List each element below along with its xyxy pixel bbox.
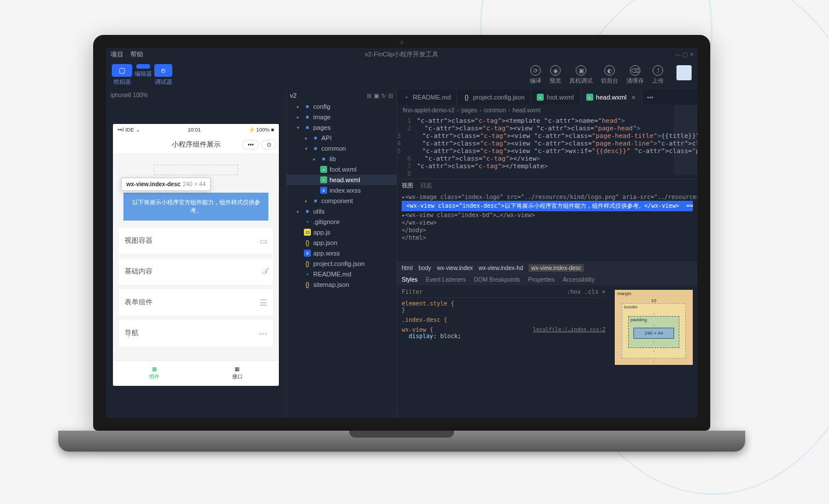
styles-subtab-Styles[interactable]: Styles [402,276,417,283]
action-上传[interactable]: ⤴上传 [652,65,664,85]
mode-模拟器[interactable]: ▢模拟器 [112,64,132,86]
sim-row-基础内容[interactable]: 基础内容𝒯 [119,258,273,285]
styles-subtab-Accessibility[interactable]: Accessibility [563,276,594,283]
file-sitemap.json[interactable]: {}sitemap.json [286,279,396,290]
elements-panel[interactable]: ▸<wx-image class="index-logo" src="../re… [397,192,697,262]
selected-element: <wx-view class="index-desc">以下将展示小程序官方组件… [402,201,693,211]
avatar[interactable] [676,65,692,80]
file-README.md[interactable]: ▪README.md [286,269,396,279]
sim-tab-组件[interactable]: ▦组件 [113,361,196,386]
action-编译[interactable]: ⟳编译 [530,65,541,85]
devtools-tab-视图[interactable]: 视图 [402,182,413,190]
file-utils[interactable]: ▸■utils [286,206,396,216]
menu-help[interactable]: 帮助 [130,50,143,59]
tab-more-icon[interactable]: ••• [642,90,658,105]
status-time: 10:01 [187,127,201,133]
nav-title: 小程序组件展示 [172,140,221,150]
file-.gitignore[interactable]: ▪.gitignore [286,216,396,227]
mode-调试器[interactable]: ⎋调试器 [154,64,172,86]
tab-foot.wxml[interactable]: ▪foot.wxml [531,90,580,105]
styles-subtab-DOM Breakpoints[interactable]: DOM Breakpoints [474,276,520,283]
file-index.wxss[interactable]: #index.wxss [286,185,396,196]
styles-subtab-Event Listeners[interactable]: Event Listeners [426,276,466,283]
file-config[interactable]: ▸■config [286,101,396,112]
sim-logo-placeholder [154,165,238,175]
file-pages[interactable]: ▾■pages [286,122,396,133]
file-app.js[interactable]: JSapp.js [286,227,396,237]
simulator-device-label[interactable]: iphone6 100% [106,90,286,101]
toolbar: ▢模拟器编辑器⎋调试器 ⟳编译◉预览▣真机调试◐切后台⌫清缓存⤴上传 [106,61,697,90]
sim-row-导航[interactable]: 导航◦◦◦ [119,320,273,346]
new-file-icon[interactable]: ⊞ [367,93,371,99]
file-lib[interactable]: ▸■lib [286,154,396,164]
simulator-device[interactable]: ••ıl IDE ⌄ 10:01 ⚡ 100% ■ 小程序组件展示 ••• ⊙ [113,124,279,386]
nav-menu-button[interactable]: ••• [242,140,259,150]
file-common[interactable]: ▾■common [286,143,396,154]
sim-row-表单组件[interactable]: 表单组件☰ [119,289,273,315]
menubar: 项目 帮助 v2-FinClip小程序开发工具 — ▢ ✕ [106,48,697,61]
sim-highlighted-element[interactable]: 以下将展示小程序官方组件能力，组件样式仅供参考。 [123,193,268,221]
file-explorer[interactable]: v2 ⊞ ▣ ↻ ⊟ ▸■config▸■image▾■pages▸■API▾■… [286,90,397,418]
tab-README.md[interactable]: ▪README.md [397,90,457,105]
file-image[interactable]: ▸■image [286,112,396,122]
styles-panel[interactable]: Filter :hov .cls + element.style {}.inde… [397,285,610,365]
devtools-tab-日志[interactable]: 日志 [420,182,432,190]
laptop-frame: 项目 帮助 v2-FinClip小程序开发工具 — ▢ ✕ ▢模拟器编辑器⎋调试… [93,35,710,454]
editor-panel: ▪README.md{}project.config.json▪foot.wxm… [397,90,697,418]
tab-project.config.json[interactable]: {}project.config.json [457,90,531,105]
file-project.config.json[interactable]: {}project.config.json [286,258,396,269]
tab-head.wxml[interactable]: ▪head.wxml✕ [580,90,643,105]
file-head.wxml[interactable]: ▪head.wxml [286,175,396,185]
close-icon[interactable]: ✕ [631,94,636,101]
file-API[interactable]: ▸■API [286,133,396,143]
action-预览[interactable]: ◉预览 [550,65,561,85]
file-foot.wxml[interactable]: ▪foot.wxml [286,164,396,175]
inspector-tooltip: wx-view.index-desc240 × 44 [121,178,211,191]
file-app.json[interactable]: {}app.json [286,237,396,248]
status-battery: ⚡ 100% ■ [249,127,274,133]
camera-dot [400,41,403,44]
mode-编辑器[interactable]: 编辑器 [134,64,152,86]
refresh-icon[interactable]: ↻ [381,93,386,99]
element-path[interactable]: htmlbodywx-view.indexwx-view.index-hdwx-… [397,262,697,274]
new-folder-icon[interactable]: ▣ [374,93,379,99]
code-editor[interactable]: 1"c-attr">class="c-tag"><template "c-att… [397,116,697,179]
menu-project[interactable]: 项目 [111,50,123,59]
nav-close-button[interactable]: ⊙ [261,140,277,150]
file-app.wxss[interactable]: #app.wxss [286,248,396,258]
devtools: 视图日志 ▸<wx-image class="index-logo" src="… [397,179,697,365]
box-model[interactable]: 10 - - 240 × 44 - - [610,285,697,365]
sim-row-视图容器[interactable]: 视图容器▭ [119,228,273,254]
styles-controls[interactable]: :hov .cls + [567,289,605,295]
styles-subtab-Properties[interactable]: Properties [528,276,555,283]
window-controls[interactable]: — ▢ ✕ [675,51,694,58]
project-root[interactable]: v2 [290,92,297,99]
minimap[interactable] [674,105,697,175]
breadcrumb[interactable]: fino-applet-demo-v2›pages›common›head.wx… [397,105,697,116]
sim-tab-接口[interactable]: ▦接口 [196,361,279,386]
collapse-icon[interactable]: ⊟ [388,93,393,99]
window-title: v2-FinClip小程序开发工具 [365,50,439,59]
file-component[interactable]: ▸■component [286,196,396,206]
action-真机调试[interactable]: ▣真机调试 [569,65,593,85]
action-切后台[interactable]: ◐切后台 [601,65,618,85]
action-清缓存[interactable]: ⌫清缓存 [626,65,644,85]
ide-window: 项目 帮助 v2-FinClip小程序开发工具 — ▢ ✕ ▢模拟器编辑器⎋调试… [106,48,697,418]
simulator-panel: iphone6 100% ••ıl IDE ⌄ 10:01 ⚡ 100% ■ 小… [106,90,286,418]
status-signal: ••ıl IDE ⌄ [118,127,140,133]
styles-filter[interactable]: Filter [402,289,423,295]
